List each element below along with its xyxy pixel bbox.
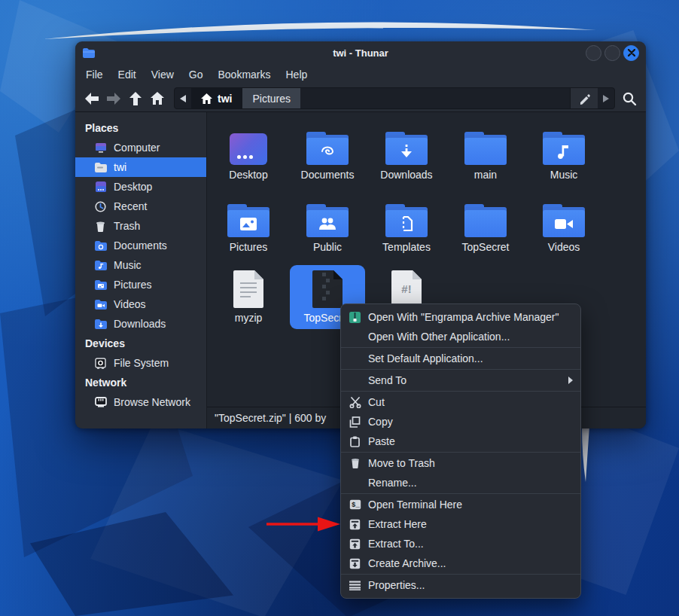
text-file-icon — [233, 270, 263, 308]
file-label: Documents — [290, 169, 365, 181]
sidebar-item-videos[interactable]: Videos — [75, 294, 206, 314]
up-icon — [128, 91, 143, 106]
trash-icon — [349, 457, 361, 470]
folder-downloads-icon — [94, 318, 107, 331]
menu-item-properties[interactable]: Properties... — [341, 575, 580, 595]
path-segment-home[interactable]: twi — [191, 88, 242, 108]
folder-documents-icon — [94, 239, 107, 252]
menu-item-open-terminal-here[interactable]: $_ Open Terminal Here — [341, 495, 580, 514]
menu-item-label: Create Archive... — [368, 557, 446, 569]
folder-templates-icon — [385, 204, 428, 237]
path-scroll-left-button[interactable] — [175, 88, 191, 108]
path-scroll-right-button[interactable] — [598, 88, 614, 108]
menu-go[interactable]: Go — [181, 66, 211, 83]
sidebar-header-places: Places — [75, 118, 206, 138]
sidebar-item-twi[interactable]: twi — [75, 157, 206, 177]
menu-item-send-to[interactable]: Send To — [341, 371, 580, 390]
folder-pictures-icon — [227, 204, 269, 237]
create-archive-icon — [349, 557, 361, 570]
menu-item-rename[interactable]: Rename... — [341, 473, 580, 492]
terminal-icon: $_ — [349, 499, 361, 511]
maximize-button[interactable] — [604, 45, 620, 61]
file-label: Templates — [369, 241, 444, 253]
sidebar-item-music[interactable]: Music — [75, 255, 206, 275]
menu-bookmarks[interactable]: Bookmarks — [210, 66, 278, 83]
sidebar-item-label: Recent — [114, 200, 147, 212]
menu-edit[interactable]: Edit — [111, 66, 144, 83]
status-text: "TopSecret.zip" | 600 by — [215, 412, 326, 424]
sidebar-item-documents[interactable]: Documents — [75, 236, 206, 255]
menu-file[interactable]: File — [78, 66, 111, 83]
menu-help[interactable]: Help — [279, 66, 315, 83]
paste-icon — [349, 435, 361, 448]
menu-item-label: Set Default Application... — [368, 352, 483, 364]
window-titlebar[interactable]: twi - Thunar — [75, 41, 646, 64]
file-tile-videos[interactable]: Videos — [526, 198, 601, 253]
menu-item-label: Copy — [368, 416, 393, 428]
menu-item-label: Cut — [368, 396, 385, 408]
file-tile-desktop[interactable]: Desktop — [211, 126, 286, 181]
file-tile-main[interactable]: main — [448, 126, 523, 181]
sidebar-item-pictures[interactable]: Pictures — [75, 275, 206, 294]
home-button[interactable] — [148, 89, 167, 108]
menu-separator — [341, 391, 580, 392]
sidebar-item-trash[interactable]: Trash — [75, 216, 206, 236]
sidebar-item-label: Documents — [114, 239, 167, 252]
sidebar-item-file-system[interactable]: File System — [75, 353, 206, 373]
sidebar-item-label: Trash — [114, 220, 140, 232]
menu-item-label: Rename... — [368, 477, 417, 489]
file-tile-music[interactable]: Music — [526, 126, 601, 181]
file-tile-topsecret-folder[interactable]: TopSecret — [448, 198, 523, 253]
sidebar-item-computer[interactable]: Computer — [75, 138, 206, 157]
path-bar: twi Pictures — [174, 87, 615, 109]
file-tile-documents[interactable]: Documents — [290, 126, 365, 181]
file-tile-myzip[interactable]: myzip — [211, 269, 286, 324]
file-label: Videos — [526, 241, 601, 253]
path-empty-area[interactable] — [300, 88, 570, 108]
home-folder-icon — [94, 161, 107, 174]
sidebar-item-downloads[interactable]: Downloads — [75, 314, 206, 334]
menu-item-label: Open With "Engrampa Archive Manager" — [368, 311, 559, 323]
file-tile-downloads[interactable]: Downloads — [369, 126, 444, 181]
folder-pictures-icon — [94, 279, 107, 291]
engrampa-icon — [349, 311, 361, 324]
edit-path-button[interactable] — [570, 88, 598, 108]
menu-separator — [341, 452, 580, 453]
menu-item-open-with-other[interactable]: Open With Other Application... — [341, 327, 580, 346]
menu-item-move-to-trash[interactable]: Move to Trash — [341, 453, 580, 473]
menu-view[interactable]: View — [144, 66, 181, 83]
minimize-button[interactable] — [586, 45, 601, 61]
forward-button[interactable] — [104, 89, 123, 108]
close-button[interactable] — [623, 45, 639, 61]
menu-item-extract-to[interactable]: Extract To... — [341, 534, 580, 553]
menu-item-copy[interactable]: Copy — [341, 412, 580, 432]
menu-item-open-with-engrampa[interactable]: Open With "Engrampa Archive Manager" — [341, 307, 580, 327]
search-button[interactable] — [620, 89, 639, 108]
menu-item-set-default-application[interactable]: Set Default Application... — [341, 349, 580, 368]
sidebar-item-recent[interactable]: Recent — [75, 197, 206, 216]
menu-item-cut[interactable]: Cut — [341, 392, 580, 412]
menu-item-extract-here[interactable]: Extract Here — [341, 514, 580, 534]
menu-item-label: Send To — [368, 374, 406, 386]
extract-icon — [349, 538, 361, 550]
home-icon — [201, 93, 212, 104]
sidebar-item-browse-network[interactable]: Browse Network — [75, 392, 206, 412]
folder-documents-icon — [306, 132, 349, 165]
sidebar-item-desktop[interactable]: Desktop — [75, 177, 206, 197]
window-title: twi - Thunar — [75, 47, 646, 59]
path-segment-pictures[interactable]: Pictures — [242, 88, 300, 108]
back-button[interactable] — [82, 89, 102, 108]
file-tile-templates[interactable]: Templates — [369, 198, 444, 253]
menu-item-paste[interactable]: Paste — [341, 432, 580, 451]
folder-videos-icon — [94, 298, 107, 311]
file-label: myzip — [211, 312, 286, 324]
zip-file-icon — [312, 270, 343, 308]
script-file-icon: #! — [391, 270, 422, 308]
cut-icon — [349, 396, 361, 409]
file-tile-public[interactable]: Public — [290, 198, 365, 253]
file-tile-pictures[interactable]: Pictures — [211, 198, 286, 253]
menu-item-create-archive[interactable]: Create Archive... — [341, 553, 580, 573]
back-icon — [84, 91, 100, 106]
desktop-folder-icon — [230, 133, 267, 165]
up-button[interactable] — [126, 89, 145, 108]
